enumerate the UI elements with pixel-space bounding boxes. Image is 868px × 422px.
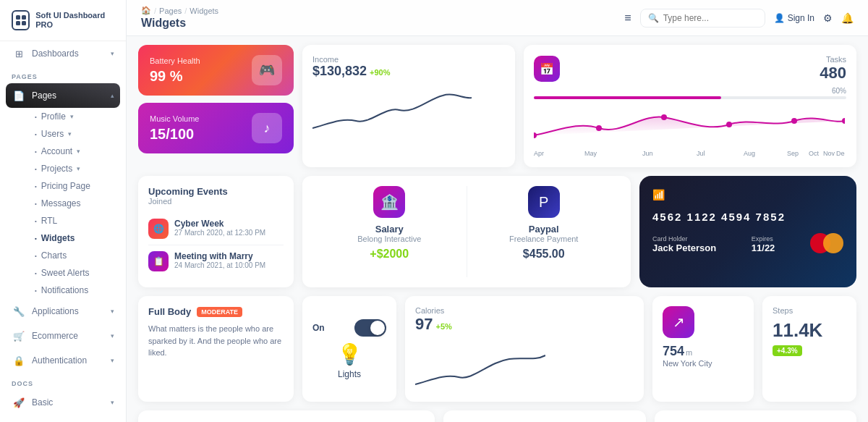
settings-icon[interactable]: ⚙ [823, 12, 833, 24]
event-name-1: Cyber Week [174, 219, 265, 229]
battery-title: Battery Health [150, 56, 200, 65]
events-subtitle: Joined [148, 197, 284, 206]
paypal-title: Paypal [529, 224, 559, 235]
toggle-knob [370, 321, 385, 335]
user-icon: 👤 [774, 13, 785, 23]
salary-sub: Belong Interactive [357, 235, 421, 243]
sidebar-item-sweet-alerts[interactable]: Sweet Alerts [23, 264, 126, 282]
ecommerce-label: Ecommerce [32, 331, 78, 341]
svg-rect-0 [16, 15, 20, 20]
event-icon-1: 🌐 [148, 219, 169, 239]
row-2: Upcoming Events Joined 🌐 Cyber Week 27 M… [138, 176, 856, 287]
sidebar-item-rtl[interactable]: RTL [23, 212, 126, 229]
lights-toggle[interactable] [354, 319, 386, 337]
battery-card: Battery Health 99 % 🎮 [138, 45, 294, 96]
row-4: Calendar Wednesday, 2022 Sun Mon Tue Wed… [138, 410, 856, 422]
sidebar-item-pricing[interactable]: Pricing Page [23, 177, 126, 195]
salary-amount: +$2000 [370, 248, 409, 261]
credit-expires-value: 11/22 [752, 242, 775, 253]
income-growth: +90% [370, 68, 390, 77]
signin-button[interactable]: 👤 Sign In [774, 13, 814, 23]
svg-point-5 [596, 125, 602, 131]
mastercard-logo [810, 233, 843, 253]
bulb-icon: 💡 [337, 342, 362, 366]
salary-icon: 🏦 [373, 186, 405, 218]
calories-label: Calories [415, 306, 634, 315]
sidebar-item-widgets[interactable]: Widgets [23, 229, 126, 247]
chevron-down-icon-apps: ▾ [111, 308, 114, 315]
sidebar-item-account[interactable]: Account ▾ [23, 143, 126, 160]
sidebar-item-notifications[interactable]: Notifications [23, 282, 126, 299]
music-value: 15/100 [150, 126, 199, 143]
svg-text:Sep: Sep [787, 150, 799, 157]
topbar: 🏠 / Pages / Widgets Widgets ≡ 🔍 👤 Sign I… [127, 0, 868, 36]
battery-icon: 🎮 [252, 55, 282, 85]
svg-text:Nov: Nov [823, 150, 835, 157]
calories-card: Calories 97 +5% [405, 296, 644, 402]
row-3: Full Body MODERATE What matters is the p… [138, 296, 856, 402]
sidebar-item-profile[interactable]: Profile ▾ [23, 108, 126, 125]
tasks-value: 480 [820, 64, 846, 83]
docs-section-label: DOCS [0, 373, 126, 390]
ecommerce-icon: 🛒 [12, 329, 26, 343]
search-input[interactable] [663, 13, 757, 23]
location-city: New York City [663, 359, 744, 368]
sidebar-item-projects[interactable]: Projects ▾ [23, 160, 126, 177]
music-title: Music Volume [150, 114, 199, 123]
credit-holder-label: Card Holder [652, 235, 716, 242]
svg-rect-1 [22, 15, 26, 20]
svg-point-8 [791, 118, 797, 124]
chevron-down-icon-basic: ▾ [111, 399, 114, 406]
sidebar-item-authentication[interactable]: 🔒 Authentication ▾ [0, 348, 126, 373]
tasks-icon: 📅 [534, 56, 560, 82]
sidebar-item-applications[interactable]: 🔧 Applications ▾ [0, 299, 126, 324]
svg-text:Jun: Jun [642, 150, 653, 157]
menu-icon[interactable]: ≡ [624, 12, 631, 25]
location-icon: ↗ [663, 306, 694, 338]
sidebar-item-dashboards[interactable]: ⊞ Dashboards ▾ [0, 41, 126, 66]
steps-label: Steps [773, 306, 846, 315]
chevron-down-icon-auth: ▾ [111, 357, 114, 364]
sidebar-item-charts[interactable]: Charts [23, 247, 126, 264]
pages-section-label: PAGES [0, 66, 126, 83]
full-body-title: Full Body [148, 306, 191, 317]
lights-on-label: On [312, 323, 325, 333]
svg-text:Dec: Dec [836, 150, 845, 157]
calories-row: 97 +5% [415, 315, 634, 334]
calendar-card: Calendar Wednesday, 2022 Sun Mon Tue Wed… [138, 410, 435, 422]
pages-submenu: Profile ▾ Users ▾ Account ▾ Projects ▾ P… [0, 108, 126, 299]
svg-text:May: May [584, 150, 597, 157]
credit-number: 4562 1122 4594 7852 [652, 211, 843, 223]
bell-icon[interactable]: 🔔 [841, 12, 854, 24]
sidebar-item-users[interactable]: Users ▾ [23, 125, 126, 143]
search-icon: 🔍 [648, 13, 659, 23]
dashboards-label: Dashboards [32, 48, 79, 59]
events-card: Upcoming Events Joined 🌐 Cyber Week 27 M… [138, 176, 294, 287]
breadcrumb: 🏠 / Pages / Widgets [141, 6, 218, 15]
event-name-2: Meeting with Marry [174, 251, 265, 261]
salary-title: Salary [375, 224, 404, 235]
paypal-icon: P [528, 186, 560, 218]
tasks-label: Tasks [820, 55, 846, 64]
mc-circle-right [823, 233, 843, 253]
credit-card: 📶 4562 1122 4594 7852 Card Holder Jack P… [639, 176, 856, 287]
home-icon: 🏠 [141, 6, 151, 15]
sidebar-item-basic[interactable]: 🚀 Basic ▾ [0, 390, 126, 415]
sidebar-item-messages[interactable]: Messages [23, 195, 126, 212]
svg-point-9 [842, 118, 845, 124]
tasks-chart: Apr May Jun Jul Aug Sep Oct Nov Dec [534, 99, 845, 157]
events-title: Upcoming Events [148, 186, 284, 197]
topbar-left: 🏠 / Pages / Widgets Widgets [141, 6, 218, 30]
sidebar: Soft UI Dashboard PRO ⊞ Dashboards ▾ PAG… [0, 0, 127, 422]
dashboards-icon: ⊞ [12, 46, 26, 61]
steps-badge: +4.3% [773, 345, 802, 356]
credit-holder-value: Jack Peterson [652, 242, 716, 253]
sidebar-item-ecommerce[interactable]: 🛒 Ecommerce ▾ [0, 324, 126, 348]
paypal-sub: Freelance Payment [509, 235, 578, 243]
svg-text:Apr: Apr [534, 150, 544, 157]
lights-card: On 💡 Lights [302, 296, 396, 402]
sidebar-item-pages[interactable]: 📄 Pages ▴ [6, 83, 120, 108]
svg-point-4 [534, 132, 537, 138]
breadcrumb-widgets: Widgets [190, 7, 218, 15]
svg-text:Jul: Jul [697, 150, 705, 157]
